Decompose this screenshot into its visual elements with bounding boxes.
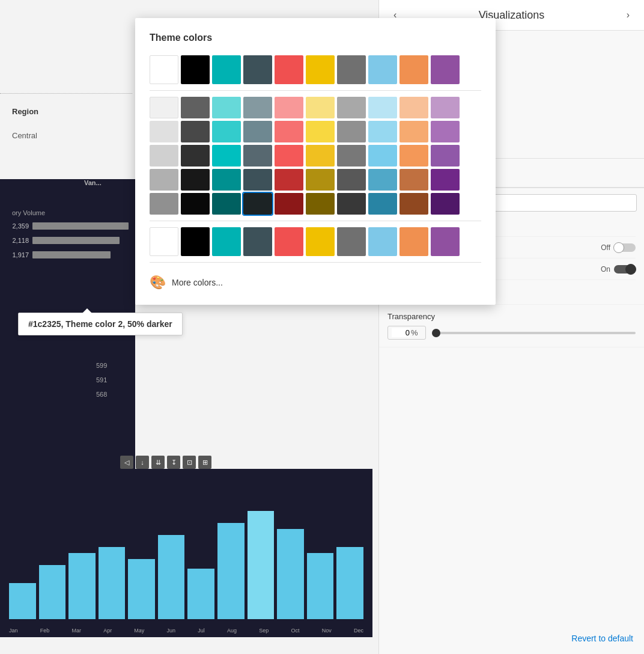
recent-4[interactable] bbox=[275, 227, 303, 256]
shade-4-0[interactable] bbox=[150, 169, 178, 191]
month-sep: Sep bbox=[259, 628, 269, 634]
shade-5-5[interactable] bbox=[306, 193, 335, 215]
bottom-bar-chart bbox=[9, 499, 363, 619]
swatch-black[interactable] bbox=[181, 55, 210, 84]
shade-5-3-selected[interactable] bbox=[243, 193, 272, 215]
swatch-darkblue[interactable] bbox=[243, 55, 272, 84]
month-mar: Mar bbox=[71, 628, 81, 634]
swatch-purple[interactable] bbox=[431, 55, 460, 84]
bar-apr bbox=[99, 547, 126, 619]
shade-2-8[interactable] bbox=[399, 121, 428, 142]
recent-9[interactable] bbox=[431, 227, 460, 256]
shade-2-0[interactable] bbox=[150, 121, 178, 142]
shade-3-3[interactable] bbox=[243, 145, 272, 167]
shade-5-6[interactable] bbox=[337, 193, 366, 215]
shade-4-4[interactable] bbox=[275, 169, 303, 191]
tool-btn-1[interactable]: ◁ bbox=[120, 456, 133, 469]
shade-3-6[interactable] bbox=[337, 145, 366, 167]
tool-btn-6[interactable]: ⊞ bbox=[198, 456, 211, 469]
shade-5-4[interactable] bbox=[275, 193, 303, 215]
shade-5-2[interactable] bbox=[212, 193, 241, 215]
region-label: Region bbox=[12, 107, 38, 116]
bar-row-2: 2,118 bbox=[6, 237, 132, 244]
toggle-off-track[interactable] bbox=[614, 243, 636, 252]
shade-1-6[interactable] bbox=[337, 97, 366, 118]
recent-3[interactable] bbox=[243, 227, 272, 256]
shade-3-7[interactable] bbox=[368, 145, 397, 167]
swatch-red[interactable] bbox=[275, 55, 303, 84]
shade-2-2[interactable] bbox=[212, 121, 241, 142]
swatch-teal[interactable] bbox=[212, 55, 241, 84]
bar-fill-2 bbox=[32, 237, 120, 244]
shade-2-1[interactable] bbox=[181, 121, 210, 142]
viz-next-button[interactable]: › bbox=[622, 7, 634, 23]
shade-2-3[interactable] bbox=[243, 121, 272, 142]
swatch-lightblue[interactable] bbox=[368, 55, 397, 84]
shade-5-1[interactable] bbox=[181, 193, 210, 215]
shade-3-8[interactable] bbox=[399, 145, 428, 167]
recent-5[interactable] bbox=[306, 227, 335, 256]
shade-4-6[interactable] bbox=[337, 169, 366, 191]
recent-1[interactable] bbox=[181, 227, 210, 256]
recent-0[interactable] bbox=[150, 227, 178, 256]
swatch-yellow[interactable] bbox=[306, 55, 335, 84]
tool-btn-3[interactable]: ⇊ bbox=[151, 456, 165, 469]
shade-row-4 bbox=[150, 169, 481, 191]
shade-1-1[interactable] bbox=[181, 97, 210, 118]
more-colors-row[interactable]: 🎨 More colors... bbox=[150, 269, 481, 293]
shade-2-5[interactable] bbox=[306, 121, 335, 142]
shade-3-2[interactable] bbox=[212, 145, 241, 167]
toggle-off-thumb bbox=[613, 242, 624, 253]
shade-3-9[interactable] bbox=[431, 145, 460, 167]
swatch-orange[interactable] bbox=[399, 55, 428, 84]
toggle-on-control: On bbox=[601, 265, 636, 274]
shade-3-4[interactable] bbox=[275, 145, 303, 167]
shade-1-4[interactable] bbox=[275, 97, 303, 118]
shade-4-7[interactable] bbox=[368, 169, 397, 191]
shade-3-0[interactable] bbox=[150, 145, 178, 167]
recent-6[interactable] bbox=[337, 227, 366, 256]
shade-3-5[interactable] bbox=[306, 145, 335, 167]
shade-1-8[interactable] bbox=[399, 97, 428, 118]
shade-row-2 bbox=[150, 121, 481, 142]
shade-1-9[interactable] bbox=[431, 97, 460, 118]
bar-jul bbox=[187, 569, 214, 619]
transparency-slider[interactable] bbox=[432, 332, 636, 334]
shade-1-3[interactable] bbox=[243, 97, 272, 118]
shade-1-7[interactable] bbox=[368, 97, 397, 118]
dotted-divider bbox=[0, 93, 132, 94]
shade-4-2[interactable] bbox=[212, 169, 241, 191]
shade-2-6[interactable] bbox=[337, 121, 366, 142]
shade-4-8[interactable] bbox=[399, 169, 428, 191]
shade-4-1[interactable] bbox=[181, 169, 210, 191]
recent-7[interactable] bbox=[368, 227, 397, 256]
shade-2-9[interactable] bbox=[431, 121, 460, 142]
shade-4-5[interactable] bbox=[306, 169, 335, 191]
month-jul: Jul bbox=[198, 628, 205, 634]
shade-4-3[interactable] bbox=[243, 169, 272, 191]
shade-1-5[interactable] bbox=[306, 97, 335, 118]
shade-2-4[interactable] bbox=[275, 121, 303, 142]
shade-2-7[interactable] bbox=[368, 121, 397, 142]
shade-1-2[interactable] bbox=[212, 97, 241, 118]
tool-btn-5[interactable]: ⊡ bbox=[183, 456, 196, 469]
shade-1-0[interactable] bbox=[150, 97, 178, 118]
shade-3-1[interactable] bbox=[181, 145, 210, 167]
tooltip-text: #1c2325, Theme color 2, 50% darker bbox=[28, 319, 172, 329]
recent-color-row bbox=[150, 227, 481, 256]
tool-btn-2[interactable]: ↓ bbox=[136, 456, 149, 469]
divider-2 bbox=[150, 221, 481, 221]
revert-default-button[interactable]: Revert to default bbox=[571, 634, 633, 643]
recent-2[interactable] bbox=[212, 227, 241, 256]
shade-5-9[interactable] bbox=[431, 193, 460, 215]
tool-btn-4[interactable]: ↧ bbox=[167, 456, 180, 469]
toggle-on-track[interactable] bbox=[614, 265, 636, 274]
shade-5-8[interactable] bbox=[399, 193, 428, 215]
shade-5-7[interactable] bbox=[368, 193, 397, 215]
transparency-input[interactable] bbox=[392, 328, 410, 337]
shade-5-0[interactable] bbox=[150, 193, 178, 215]
recent-8[interactable] bbox=[399, 227, 428, 256]
swatch-white[interactable] bbox=[150, 55, 178, 84]
swatch-gray[interactable] bbox=[337, 55, 366, 84]
shade-4-9[interactable] bbox=[431, 169, 460, 191]
